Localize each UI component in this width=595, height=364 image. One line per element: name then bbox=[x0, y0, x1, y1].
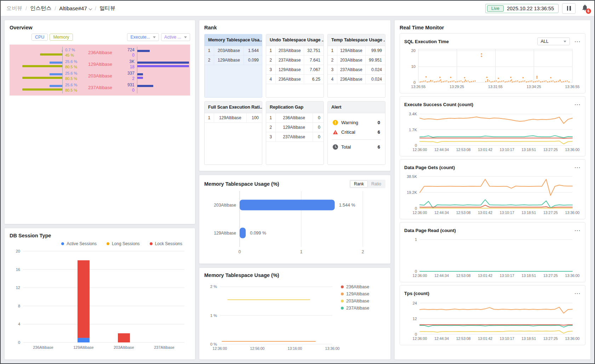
memory-toggle-button[interactable]: Memory bbox=[50, 34, 73, 41]
db-session-type-panel: DB Session Type Active SessionsLong Sess… bbox=[4, 228, 195, 360]
breadcrumb: 오버뷰 / 인스턴스 / Altibase#47 / 멀티뷰 bbox=[6, 5, 115, 12]
overview-tornado-chart: 0.7 %45 %236Altibase724025.6 %80.5 %129A… bbox=[10, 45, 190, 96]
rank-card-undo-tablespace[interactable]: Undo Tablespace Usage ... 1203Altibase32… bbox=[266, 34, 324, 98]
legend-dot bbox=[61, 242, 64, 245]
toggle-ratio[interactable]: Ratio bbox=[368, 180, 385, 187]
svg-text:12:36:00: 12:36:00 bbox=[413, 273, 427, 278]
execute-bar bbox=[137, 50, 150, 52]
memory-percent-label: 80.5 % bbox=[65, 76, 83, 81]
svg-text:12:36:00: 12:36:00 bbox=[413, 336, 427, 341]
svg-text:2 %: 2 % bbox=[210, 284, 217, 289]
legend-dot bbox=[341, 285, 344, 288]
alert-card[interactable]: Alert Warning 0 Critical 6 bbox=[327, 101, 385, 165]
rank-card-replication-gap[interactable]: Replication Gap 1236Altibase02129Altibas… bbox=[266, 101, 324, 165]
alert-total-value: 6 bbox=[378, 144, 380, 150]
svg-text:13:18:51: 13:18:51 bbox=[521, 273, 536, 278]
svg-text:0: 0 bbox=[413, 80, 416, 85]
total-icon bbox=[333, 144, 338, 150]
legend-item[interactable]: Lock Sessions bbox=[150, 241, 182, 246]
legend-item[interactable]: Long Sessions bbox=[107, 241, 140, 246]
pause-button[interactable] bbox=[562, 3, 576, 14]
svg-text:12:53:08: 12:53:08 bbox=[456, 148, 471, 152]
breadcrumb-separator: / bbox=[25, 5, 27, 11]
more-menu-icon[interactable]: ··· bbox=[575, 291, 581, 296]
memory-percent-label: 80.5 % bbox=[65, 64, 83, 69]
svg-text:13:18:51: 13:18:51 bbox=[521, 336, 536, 341]
svg-text:20: 20 bbox=[16, 249, 20, 253]
svg-text:10: 10 bbox=[411, 64, 416, 69]
svg-text:16: 16 bbox=[16, 267, 20, 272]
breadcrumb-overview[interactable]: 오버뷰 bbox=[6, 5, 22, 12]
rank-card-header: Memory Tablespace Usa... bbox=[205, 34, 262, 46]
cpu-toggle-button[interactable]: CPU bbox=[32, 34, 48, 41]
more-menu-icon[interactable]: ··· bbox=[575, 165, 581, 170]
rank-row: 1203Altibase1.544 bbox=[205, 46, 262, 56]
svg-text:12:56:00: 12:56:00 bbox=[250, 346, 265, 351]
svg-text:13:16:00: 13:16:00 bbox=[288, 346, 302, 351]
all-dropdown[interactable]: ALL bbox=[537, 37, 570, 45]
svg-text:13:27:25: 13:27:25 bbox=[543, 273, 558, 278]
breadcrumb-target-dropdown[interactable]: Altibase#47 bbox=[59, 5, 91, 11]
rank-card-header: Replication Gap bbox=[266, 102, 324, 113]
tps-chart: 0122412:36:0012:44:3412:53:0813:01:4213:… bbox=[404, 298, 581, 342]
svg-text:13:34:25: 13:34:25 bbox=[527, 85, 541, 89]
alert-warning-label: Warning bbox=[341, 120, 358, 125]
rank-card-full-scan[interactable]: Full Scan Execution Rati... 1129Altibase… bbox=[204, 101, 262, 165]
cpu-bar bbox=[50, 85, 62, 87]
cpu-bar bbox=[50, 62, 62, 64]
alert-total-row: Total 6 bbox=[332, 142, 381, 152]
card-title: Execute Success Count (count) bbox=[404, 102, 473, 107]
execute-dropdown[interactable]: Execute... bbox=[127, 33, 159, 41]
alert-total-label: Total bbox=[341, 144, 351, 150]
active-count-label: 2 bbox=[117, 76, 135, 81]
execute-bar bbox=[137, 62, 189, 64]
critical-icon bbox=[333, 129, 338, 135]
legend-item[interactable]: Active Sessions bbox=[61, 241, 97, 246]
svg-text:13:10:17: 13:10:17 bbox=[500, 273, 514, 278]
svg-text:13:27:25: 13:27:25 bbox=[543, 336, 558, 341]
svg-text:12:36:00: 12:36:00 bbox=[413, 210, 427, 215]
svg-text:13:01:42: 13:01:42 bbox=[478, 273, 492, 278]
db-session-title: DB Session Type bbox=[10, 233, 190, 238]
rank-row: 4236Altibase0.024 bbox=[328, 75, 385, 84]
active-dropdown[interactable]: Active ... bbox=[161, 33, 190, 41]
svg-text:0: 0 bbox=[415, 206, 417, 210]
breadcrumb-instance[interactable]: 인스턴스 bbox=[30, 5, 51, 12]
notification-bell[interactable]: 6 bbox=[581, 4, 589, 13]
db-session-chart: 048121620236Altibase129Altibase203Altiba… bbox=[10, 248, 190, 354]
rank-row: 4236Altibase6.25 bbox=[266, 75, 324, 84]
svg-text:1.544 %: 1.544 % bbox=[339, 203, 355, 208]
svg-text:0: 0 bbox=[239, 249, 241, 254]
cpu-percent-label: 25.6 % bbox=[65, 59, 83, 64]
more-menu-icon[interactable]: ··· bbox=[575, 39, 581, 44]
rank-card-header: Temp Tablespace Usage ... bbox=[328, 34, 385, 46]
svg-text:13:01:42: 13:01:42 bbox=[478, 336, 492, 341]
warning-icon bbox=[333, 120, 338, 125]
more-menu-icon[interactable]: ··· bbox=[575, 228, 581, 233]
rank-card-temp-tablespace[interactable]: Temp Tablespace Usage ... 1129Altibase99… bbox=[327, 34, 385, 98]
caret-down-icon bbox=[563, 41, 566, 42]
svg-text:4: 4 bbox=[18, 322, 20, 326]
data-page-read-card: Data Page Read (count) ··· 0112:36:0012:… bbox=[400, 222, 585, 282]
overview-panel: Overview CPU Memory Execute... Active ..… bbox=[4, 20, 195, 224]
svg-text:12:44:34: 12:44:34 bbox=[434, 210, 449, 215]
svg-text:237Altibase: 237Altibase bbox=[154, 345, 175, 349]
alert-critical-value: 6 bbox=[378, 129, 380, 135]
rank-card-memory-tablespace[interactable]: Memory Tablespace Usa... 1203Altibase1.5… bbox=[204, 34, 262, 98]
rank-ratio-toggle: Rank Ratio bbox=[349, 180, 385, 188]
breadcrumb-multiview[interactable]: 멀티뷰 bbox=[99, 5, 115, 12]
legend-item[interactable]: 129Altibase bbox=[341, 291, 369, 296]
sql-execution-time-card: SQL Execution Time ALL ··· 0102013:26:55… bbox=[400, 33, 585, 93]
more-menu-icon[interactable]: ··· bbox=[575, 102, 581, 107]
svg-text:129Altibase: 129Altibase bbox=[73, 345, 94, 349]
legend-item[interactable]: 203Altibase bbox=[341, 299, 369, 304]
legend-item[interactable]: 236Altibase bbox=[341, 284, 369, 289]
toggle-rank[interactable]: Rank bbox=[350, 180, 368, 187]
svg-text:13:10:17: 13:10:17 bbox=[500, 148, 514, 152]
rank-row: 3237Altibase0.024 bbox=[328, 65, 385, 75]
rank-card-header: Undo Tablespace Usage ... bbox=[266, 34, 324, 46]
tornado-row: 25.6 %80.5 %129Altibase3K18 bbox=[10, 58, 190, 70]
legend-dot bbox=[341, 300, 344, 302]
svg-text:12:53:08: 12:53:08 bbox=[456, 336, 471, 341]
legend-item[interactable]: 237Altibase bbox=[341, 306, 369, 311]
